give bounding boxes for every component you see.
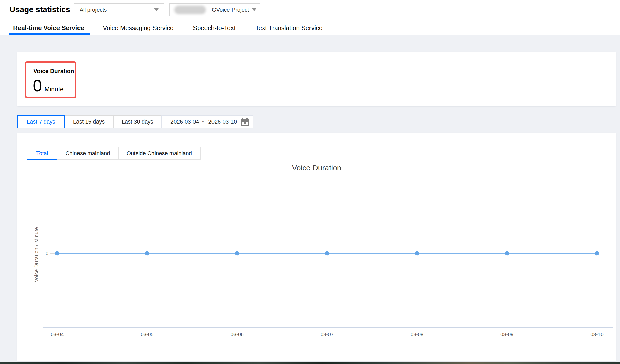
x-axis-tick-label: 03-05 bbox=[141, 332, 154, 337]
tab-realtime-voice-service[interactable]: Real-time Voice Service bbox=[13, 24, 84, 32]
data-point-marker bbox=[235, 251, 239, 256]
date-range-separator: ~ bbox=[202, 118, 205, 125]
summary-card: Voice Duration 0 Minute bbox=[17, 52, 616, 106]
data-point-marker bbox=[415, 251, 419, 256]
data-point-marker bbox=[145, 251, 149, 256]
region-tab-chinese-mainland[interactable]: Chinese mainland bbox=[57, 147, 119, 160]
x-axis-tick-label: 03-08 bbox=[411, 332, 423, 337]
region-tabs: Total Chinese mainland Outside Chinese m… bbox=[27, 147, 201, 160]
date-range-bar: Last 7 days Last 15 days Last 30 days 20… bbox=[17, 115, 253, 128]
tab-text-translation-service[interactable]: Text Translation Service bbox=[255, 24, 322, 32]
data-point-marker bbox=[55, 251, 60, 256]
last-30-days-button[interactable]: Last 30 days bbox=[113, 115, 162, 128]
data-point-marker bbox=[595, 251, 599, 256]
x-axis-tick-label: 03-06 bbox=[231, 332, 244, 337]
red-highlight-annotation: Voice Duration 0 Minute bbox=[25, 61, 76, 98]
metric-row: 0 Minute bbox=[33, 76, 64, 95]
calendar-icon[interactable] bbox=[241, 118, 249, 126]
metric-value: 0 bbox=[33, 76, 42, 95]
date-range-start: 2026-03-04 bbox=[170, 118, 199, 125]
chart-card: Total Chinese mainland Outside Chinese m… bbox=[17, 133, 616, 361]
tab-speech-to-text[interactable]: Speech-to-Text bbox=[193, 24, 236, 32]
metric-label: Voice Duration bbox=[33, 68, 74, 75]
x-axis-labels: 03-04 03-05 03-06 03-07 03-08 03-09 03-1… bbox=[57, 332, 597, 339]
date-range-end: 2026-03-10 bbox=[208, 118, 237, 125]
custom-date-range-picker[interactable]: 2026-03-04 ~ 2026-03-10 bbox=[161, 115, 253, 128]
last-15-days-button[interactable]: Last 15 days bbox=[64, 115, 114, 128]
data-point-marker bbox=[325, 251, 329, 256]
last-7-days-button[interactable]: Last 7 days bbox=[17, 115, 65, 128]
chart-title: Voice Duration bbox=[17, 164, 616, 172]
tab-voice-messaging-service[interactable]: Voice Messaging Service bbox=[103, 24, 173, 32]
region-tab-outside-chinese-mainland[interactable]: Outside Chinese mainland bbox=[118, 147, 201, 160]
metric-unit: Minute bbox=[45, 86, 64, 93]
x-axis-tick-label: 03-04 bbox=[51, 332, 64, 337]
region-tab-total[interactable]: Total bbox=[27, 147, 57, 160]
data-point-marker bbox=[505, 251, 509, 256]
page-header: Usage statistics All projects - GVoice-P… bbox=[0, 0, 620, 35]
x-axis-tick-label: 03-07 bbox=[321, 332, 334, 337]
x-axis-tick-label: 03-10 bbox=[590, 332, 603, 337]
x-axis-tick-label: 03-09 bbox=[500, 332, 513, 337]
service-tabs: Real-time Voice Service Voice Messaging … bbox=[0, 0, 620, 35]
desktop-wallpaper-sliver bbox=[0, 362, 620, 364]
x-axis-ticks bbox=[57, 328, 597, 331]
active-tab-underline bbox=[9, 33, 90, 35]
y-axis-title: Voice Duration / Minute bbox=[34, 158, 40, 351]
y-axis-tick-label: 0 bbox=[41, 251, 48, 256]
